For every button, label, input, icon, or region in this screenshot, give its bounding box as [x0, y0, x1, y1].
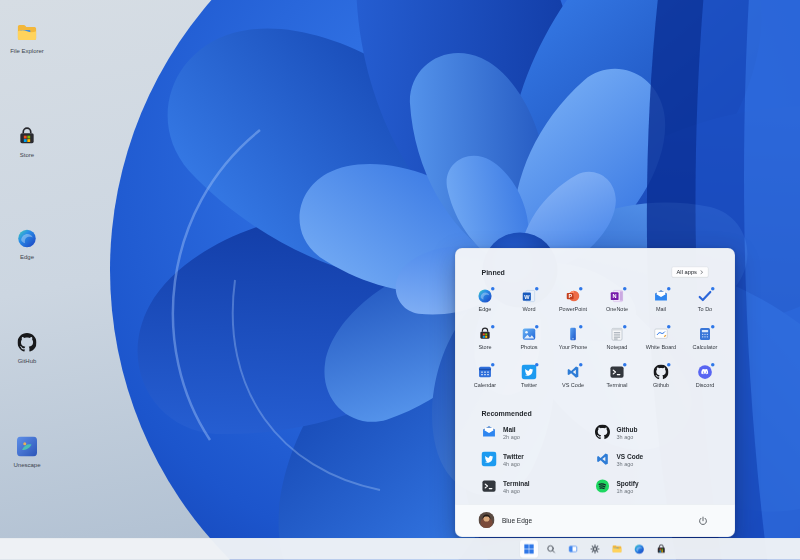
search-button[interactable]	[542, 540, 560, 558]
notification-dot	[667, 287, 671, 291]
start-menu-footer: Blue Edge	[456, 505, 735, 537]
file-explorer-icon	[16, 20, 39, 45]
desktop-icon-github[interactable]: GitHub	[3, 330, 51, 364]
pinned-app-store[interactable]: Store	[470, 327, 501, 358]
calculator-icon	[698, 327, 713, 342]
desktop-icon-label: Unescape	[13, 462, 40, 469]
notification-dot	[623, 363, 627, 367]
start-menu: Pinned All apps Edge W Word	[455, 248, 735, 537]
notification-dot	[711, 287, 715, 291]
unescape-icon	[17, 434, 37, 459]
svg-text:W: W	[524, 294, 530, 300]
notification-dot	[491, 287, 495, 291]
recommended-header: Recommended	[456, 409, 735, 418]
github-icon	[595, 425, 610, 442]
store-icon	[478, 327, 493, 342]
notepad-icon	[610, 327, 625, 342]
desktop-icon-store[interactable]: Store	[3, 124, 51, 158]
notification-dot	[623, 287, 627, 291]
desktop-icon-file-explorer[interactable]: File Explorer	[3, 20, 51, 54]
user-profile-button[interactable]: Blue Edge	[479, 512, 533, 530]
store-button[interactable]	[652, 540, 670, 558]
pinned-title: Pinned	[482, 268, 505, 276]
taskbar	[0, 538, 800, 560]
pinned-app-whiteboard[interactable]: White Board	[646, 327, 677, 358]
desktop-icon-label: Store	[20, 152, 34, 159]
calendar-icon	[478, 365, 493, 380]
pinned-app-twitter[interactable]: Twitter	[514, 365, 545, 396]
desktop-icon-unescape[interactable]: Unescape	[3, 434, 51, 468]
store-icon	[656, 544, 667, 555]
task-view-icon	[568, 544, 578, 554]
edge-icon	[634, 544, 645, 555]
notification-dot	[535, 287, 539, 291]
twitter-icon	[482, 452, 497, 469]
recommended-item-spotify[interactable]: Spotify1h ago	[595, 480, 709, 495]
pinned-app-powerpoint[interactable]: P PowerPoint	[558, 289, 589, 320]
notification-dot	[491, 363, 495, 367]
pinned-grid: Edge W Word P PowerPoint N	[456, 289, 735, 396]
notification-dot	[535, 363, 539, 367]
pinned-app-your-phone[interactable]: Your Phone	[558, 327, 589, 358]
pinned-app-edge[interactable]: Edge	[470, 289, 501, 320]
pinned-app-mail[interactable]: Mail	[646, 289, 677, 320]
notification-dot	[667, 325, 671, 329]
chevron-right-icon	[700, 270, 704, 275]
vscode-icon	[566, 365, 581, 380]
file-explorer-icon	[612, 544, 623, 555]
svg-text:P: P	[568, 293, 572, 299]
pinned-app-calculator[interactable]: Calculator	[690, 327, 721, 358]
taskbar-icon-group	[520, 538, 670, 560]
recommended-item-mail[interactable]: Mail2h ago	[482, 426, 596, 441]
vscode-icon	[595, 452, 610, 469]
desktop-icon-edge[interactable]: Edge	[3, 226, 51, 260]
desktop-icon-label: GitHub	[18, 358, 37, 365]
notification-dot	[579, 325, 583, 329]
pinned-app-onenote[interactable]: N OneNote	[602, 289, 633, 320]
mail-icon	[482, 425, 497, 442]
phone-icon	[566, 327, 581, 342]
edge-icon	[17, 226, 37, 251]
spotify-icon	[595, 479, 610, 496]
terminal-icon	[482, 479, 497, 496]
pinned-app-github[interactable]: Github	[646, 365, 677, 396]
start-button[interactable]	[520, 540, 538, 558]
user-name: Blue Edge	[502, 517, 532, 525]
pinned-app-photos[interactable]: Photos	[514, 327, 545, 358]
edge-button[interactable]	[630, 540, 648, 558]
discord-icon	[698, 365, 713, 380]
all-apps-label: All apps	[677, 269, 697, 275]
power-icon	[698, 515, 709, 527]
github-icon	[18, 330, 37, 355]
recommended-title: Recommended	[482, 409, 532, 417]
notification-dot	[711, 325, 715, 329]
github-icon	[654, 365, 669, 380]
file-explorer-button[interactable]	[608, 540, 626, 558]
word-icon: W	[522, 289, 537, 304]
todo-check-icon	[698, 289, 713, 304]
desktop-screen: File Explorer Store Edge GitHub Unescape	[0, 0, 800, 560]
power-button[interactable]	[695, 512, 712, 529]
pinned-app-calendar[interactable]: Calendar	[470, 365, 501, 396]
task-view-button[interactable]	[564, 540, 582, 558]
recommended-item-terminal[interactable]: Terminal4h ago	[482, 480, 596, 495]
pinned-app-notepad[interactable]: Notepad	[602, 327, 633, 358]
recommended-item-twitter[interactable]: Twitter4h ago	[482, 453, 596, 468]
powerpoint-icon: P	[566, 289, 581, 304]
edge-icon	[478, 289, 493, 304]
pinned-app-discord[interactable]: Discord	[690, 365, 721, 396]
windows-logo-icon	[524, 544, 535, 555]
pinned-app-word[interactable]: W Word	[514, 289, 545, 320]
store-icon	[17, 124, 37, 149]
recommended-item-github[interactable]: Github3h ago	[595, 426, 709, 441]
recommended-list: Mail2h ago Github3h ago Twitter4h ago VS…	[482, 426, 709, 495]
desktop-icon-label: File Explorer	[10, 48, 44, 55]
all-apps-button[interactable]: All apps	[672, 267, 709, 278]
pinned-app-terminal[interactable]: Terminal	[602, 365, 633, 396]
search-icon	[546, 544, 556, 554]
recommended-item-vscode[interactable]: VS Code3h ago	[595, 453, 709, 468]
pinned-app-todo[interactable]: To Do	[690, 289, 721, 320]
pinned-app-vscode[interactable]: VS Code	[558, 365, 589, 396]
settings-button[interactable]	[586, 540, 604, 558]
notification-dot	[579, 363, 583, 367]
